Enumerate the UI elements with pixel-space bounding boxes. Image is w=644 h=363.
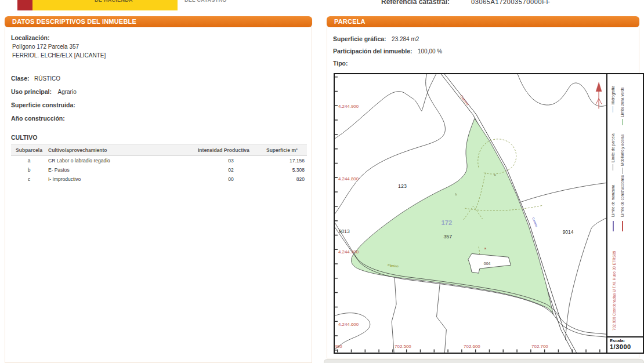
section-header-datos-descriptivos: DATOS DESCRIPTIVOS DEL INMUEBLE xyxy=(5,16,312,27)
utm-coordinate-note: 702.000 Coordenadas U.T.M. Huso 30 ETRS8… xyxy=(612,251,616,331)
utm-y-labels: 4.244.900 4.244.800 4.244.700 4.244.600 xyxy=(338,104,359,328)
clase-label: Clase: xyxy=(11,75,30,82)
table-row: c I- Improductivo 00 820 xyxy=(11,175,307,184)
cell-superficie: 17.156 xyxy=(265,156,307,166)
scale-box: Escala: 1/3000 xyxy=(607,336,643,353)
cell-subparcela: b xyxy=(11,165,47,175)
legend-mobiliario-aceras: Mobiliario y aceras xyxy=(620,135,624,174)
localizacion-line1: Polígono 172 Parcela 357 xyxy=(11,43,307,50)
svg-text:4.244.800: 4.244.800 xyxy=(338,176,359,182)
legend-hidrografia: Hidrografía xyxy=(611,86,615,112)
utm-x-labels: 702.400 702.500 702.600 702.700 xyxy=(335,344,548,349)
svg-text:702.400: 702.400 xyxy=(335,344,342,349)
construcciones-line-sample xyxy=(622,221,623,231)
cell-intensidad: 03 xyxy=(197,156,265,166)
cadastral-reference-label: Referencia catastral: xyxy=(381,0,450,6)
parcel-label-9013: 9013 xyxy=(339,228,350,234)
svg-text:702.600: 702.600 xyxy=(464,344,480,349)
uso-principal-label: Uso principal: xyxy=(11,88,52,95)
parcel-label-9014: 9014 xyxy=(563,229,574,235)
cell-subparcela: c xyxy=(11,175,47,184)
next-section-header-stub xyxy=(324,359,644,363)
svg-text:4.244.700: 4.244.700 xyxy=(338,249,359,255)
zona-verde-line-sample xyxy=(622,119,623,125)
participacion-value: 100,00 % xyxy=(418,48,442,55)
cell-cultivo: E- Pastos xyxy=(47,165,197,175)
superficie-construida-label: Superficie construida: xyxy=(11,101,75,108)
parcel-label-172: 172 xyxy=(441,219,452,226)
tipo-label: Tipo: xyxy=(333,60,348,67)
parcel-357-polygon xyxy=(351,118,553,314)
parcel-label-357: 357 xyxy=(443,234,452,239)
svg-text:4.244.600: 4.244.600 xyxy=(338,322,359,327)
parcela-line-sample xyxy=(613,164,614,170)
col-subparcela: Subparcela xyxy=(11,145,47,156)
parcela-body: Superficie gráfica: 23.284 m2 Participac… xyxy=(327,27,639,358)
legend-limite-de-construcciones: Límite de construcciones xyxy=(620,175,624,217)
legend-limite-zona-verde: Límite zona verde xyxy=(620,87,624,125)
map-canvas: 004 123 9013 172 357 9014 b c a Camino C… xyxy=(335,74,606,353)
cell-intensidad: 00 xyxy=(197,175,265,184)
legend-limite-de-manzana: Límite de manzana xyxy=(611,185,615,217)
superficie-grafica-value: 23.284 m2 xyxy=(392,36,419,42)
gobierno-logo-red-block xyxy=(17,0,32,10)
scale-label: Escala: xyxy=(610,338,643,343)
north-arrow-icon xyxy=(596,82,602,109)
col-superficie: Superficie m² xyxy=(265,145,307,156)
cell-cultivo: I- Improductivo xyxy=(47,175,197,184)
building-label: 004 xyxy=(484,262,491,266)
participacion-label: Participación del inmueble: xyxy=(333,48,413,55)
cell-cultivo: CR Labor o labradio regadio xyxy=(47,156,197,166)
clase-value: RÚSTICO xyxy=(34,75,60,82)
subparcel-letter-c: c xyxy=(494,173,496,176)
camino-label-blue: Camino xyxy=(531,217,538,228)
map-svg: 004 123 9013 172 357 9014 b c a Camino C… xyxy=(335,74,606,353)
manzana-line-sample xyxy=(613,221,614,231)
superficie-grafica-label: Superficie gráfica: xyxy=(333,35,386,42)
cell-superficie: 5.308 xyxy=(265,165,307,175)
datos-descriptivos-body: Localización: Polígono 172 Parcela 357 F… xyxy=(5,27,312,363)
catastro-banner-label: DEL CATASTRO xyxy=(184,0,227,3)
anio-construccion-label: Año construcción: xyxy=(11,115,65,122)
cultivo-table: Subparcela Cultivo/aprovechamiento Inten… xyxy=(11,144,307,184)
svg-text:4.244.900: 4.244.900 xyxy=(338,104,359,109)
uso-principal-value: Agrario xyxy=(57,89,76,95)
localizacion-line2: FERRIOL. ELCHE/ELX [ALICANTE] xyxy=(11,52,307,59)
table-row: b E- Pastos 02 5.308 xyxy=(11,165,307,175)
cell-subparcela: a xyxy=(11,156,47,166)
svg-text:702.700: 702.700 xyxy=(531,344,548,349)
parcel-label-123: 123 xyxy=(398,183,407,189)
localizacion-label: Localización: xyxy=(11,34,307,41)
cell-superficie: 820 xyxy=(265,175,307,184)
cadastral-map: 004 123 9013 172 357 9014 b c a Camino C… xyxy=(334,73,644,354)
legend-zone: Hidrografía Límite zona verde Límite de … xyxy=(607,74,643,336)
section-header-parcela: PARCELA xyxy=(327,16,639,27)
cadastral-reference-value: 03065A172003570000FF xyxy=(471,0,551,5)
legend-limite-de-parcela: Límite de parcela xyxy=(611,133,615,170)
map-legend-strip: Hidrografía Límite zona verde Límite de … xyxy=(606,74,643,353)
mobiliario-line-sample xyxy=(622,168,623,174)
col-intensidad: Intensidad Productiva xyxy=(197,145,265,156)
hidrografia-line-sample xyxy=(613,106,614,112)
scale-value: 1/3000 xyxy=(610,343,643,350)
ministry-banner-label: DE HACIENDA xyxy=(95,0,133,3)
cultivo-header-row: Subparcela Cultivo/aprovechamiento Inten… xyxy=(11,145,307,156)
svg-text:702.500: 702.500 xyxy=(395,344,411,349)
cell-intensidad: 02 xyxy=(197,165,265,175)
table-row: a CR Labor o labradio regadio 03 17.156 xyxy=(11,156,307,166)
cultivo-title: CULTIVO xyxy=(11,134,307,141)
col-cultivo: Cultivo/aprovechamiento xyxy=(47,145,197,156)
